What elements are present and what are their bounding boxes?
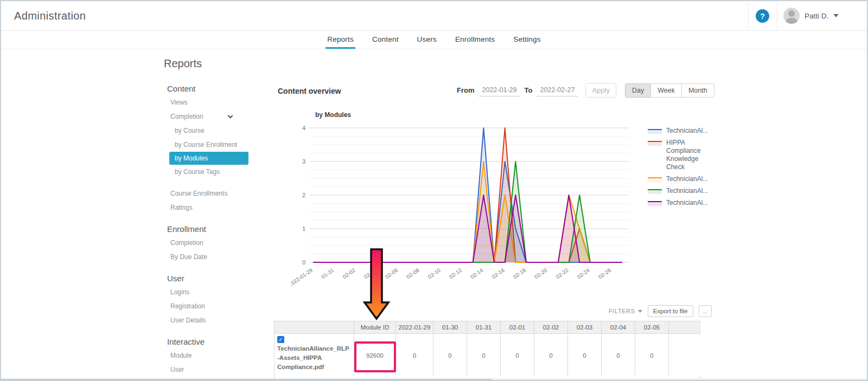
sidebar-section-interactive: Interactive: [163, 337, 278, 346]
scrollbar-thumb[interactable]: [1, 379, 492, 381]
table-header-row: Module ID2022-01-2901-3001-3102-0102-020…: [275, 321, 700, 334]
range-toggle-group: DayWeekMonth: [625, 83, 714, 98]
chevron-down-icon: [638, 310, 642, 313]
sidebar-item-by-course-enrollment[interactable]: by Course Enrollment: [163, 138, 278, 152]
top-bar: Administration ? Patti D.: [1, 1, 867, 31]
legend-swatch-icon: [648, 201, 662, 206]
range-button-month[interactable]: Month: [681, 83, 714, 98]
administration-page: Administration ? Patti D. ReportsContent…: [0, 0, 868, 381]
table-row: ✓TechnicianAlliance_RLP-Assets_HIPPA Com…: [275, 334, 700, 377]
help-icon[interactable]: ?: [756, 9, 769, 23]
column-header-02-04[interactable]: 02-04: [602, 321, 635, 334]
svg-text:01-31: 01-31: [320, 267, 335, 280]
sidebar-item-views[interactable]: Views: [163, 95, 278, 109]
sidebar-item-label: Registration: [170, 302, 205, 310]
tab-enrollments[interactable]: Enrollments: [454, 31, 496, 49]
sidebar-item-label: Course Enrollments: [170, 190, 227, 197]
range-button-week[interactable]: Week: [650, 83, 682, 98]
avatar-head: [788, 10, 795, 17]
legend-item[interactable]: TechnicianAl...: [648, 127, 699, 135]
more-options-button[interactable]: ...: [699, 305, 712, 317]
column-header-2022-01-29[interactable]: 2022-01-29: [396, 321, 433, 334]
legend-item[interactable]: HIPPA Compliance Knowledge Check: [648, 139, 699, 171]
user-menu[interactable]: Patti D.: [783, 8, 839, 24]
svg-text:1: 1: [302, 225, 305, 232]
sidebar-item-by-modules[interactable]: by Modules: [169, 152, 248, 165]
sidebar-item-label: Views: [170, 99, 188, 106]
sidebar-item-logins[interactable]: Logins: [163, 285, 278, 299]
nav-tabbar: ReportsContentUsersEnrollmentsSettings: [1, 31, 867, 49]
modules-table: Module ID2022-01-2901-3001-3102-0102-020…: [274, 321, 700, 377]
apply-button[interactable]: Apply: [585, 83, 616, 98]
sidebar-item-label: by Course Tags: [175, 168, 220, 176]
svg-text:02-06: 02-06: [384, 267, 399, 280]
chart-legend: TechnicianAl...HIPPA Compliance Knowledg…: [648, 127, 699, 211]
user-name: Patti D.: [805, 12, 828, 20]
legend-label: TechnicianAl...: [666, 175, 708, 183]
legend-label: HIPPA Compliance Knowledge Check: [666, 139, 700, 171]
avatar: [783, 8, 800, 24]
row-checkbox[interactable]: ✓: [277, 336, 284, 343]
sidebar-item-course-enrollments[interactable]: Course Enrollments: [163, 186, 278, 201]
svg-text:2: 2: [302, 192, 305, 198]
sidebar-item-registration[interactable]: Registration: [163, 299, 278, 313]
sidebar-section-user: User: [163, 274, 278, 283]
column-header-02-05[interactable]: 02-05: [635, 321, 669, 334]
from-label: From: [457, 86, 475, 94]
column-header-module-id[interactable]: Module ID: [354, 321, 396, 334]
sidebar-item-by-course-tags[interactable]: by Course Tags: [163, 165, 278, 179]
table-toolbar: FILTERS Export to file ...: [609, 305, 712, 317]
module-id-cell: 92600: [354, 334, 396, 377]
sidebar-item-by-due-date[interactable]: By Due Date: [163, 250, 278, 264]
chevron-down-icon: [227, 113, 233, 118]
divider: [748, 1, 749, 31]
to-date-input[interactable]: [537, 84, 578, 96]
sidebar-item-label: Completion: [170, 113, 203, 120]
value-cell: 0: [501, 334, 534, 377]
column-header-02-02[interactable]: 02-02: [534, 321, 568, 334]
horizontal-scrollbar[interactable]: [1, 378, 867, 381]
chevron-down-icon: [833, 14, 839, 17]
avatar-shoulders: [786, 18, 797, 24]
module-name-cell: ✓TechnicianAlliance_RLP-Assets_HIPPA Com…: [275, 334, 354, 377]
column-header-empty: [275, 321, 354, 334]
sidebar-item-completion[interactable]: Completion: [163, 236, 278, 250]
sidebar-item-by-course[interactable]: by Course: [163, 124, 278, 138]
export-to-file-button[interactable]: Export to file: [648, 305, 693, 317]
sidebar-item-user[interactable]: User: [163, 363, 278, 377]
column-header-01-30[interactable]: 01-30: [433, 321, 467, 334]
tab-content[interactable]: Content: [371, 31, 400, 49]
from-date-input[interactable]: [479, 84, 520, 96]
svg-text:0: 0: [302, 259, 305, 266]
column-header-empty: [669, 321, 701, 334]
sidebar-item-label: User: [170, 366, 184, 373]
svg-text:3: 3: [302, 158, 305, 165]
range-button-day[interactable]: Day: [625, 83, 651, 98]
column-header-02-01[interactable]: 02-01: [501, 321, 534, 334]
tab-reports[interactable]: Reports: [326, 31, 355, 49]
legend-label: TechnicianAl...: [666, 187, 708, 195]
sidebar-title: Reports: [163, 57, 278, 70]
sidebar-section-enrollment: Enrollment: [163, 224, 278, 234]
svg-text:2022-01-29: 2022-01-29: [291, 267, 314, 288]
sidebar-item-completion[interactable]: Completion: [163, 109, 278, 124]
value-cell: 0: [433, 334, 467, 377]
sidebar-item-module[interactable]: Module: [163, 348, 278, 363]
sidebar-item-ratings[interactable]: Ratings: [163, 201, 278, 215]
legend-item[interactable]: TechnicianAl...: [648, 175, 699, 183]
value-cell: 0: [602, 334, 635, 377]
sidebar-item-user-details[interactable]: User Details: [163, 313, 278, 327]
tab-users[interactable]: Users: [416, 31, 438, 49]
value-cell: 0: [568, 334, 602, 377]
column-header-02-03[interactable]: 02-03: [568, 321, 602, 334]
legend-item[interactable]: TechnicianAl...: [648, 187, 699, 195]
legend-swatch-icon: [648, 177, 662, 182]
legend-item[interactable]: TechnicianAl...: [648, 199, 699, 207]
column-header-01-31[interactable]: 01-31: [467, 321, 501, 334]
sidebar-item-label: by Course: [175, 127, 205, 134]
sidebar-item-label: Module: [170, 352, 192, 359]
filters-dropdown[interactable]: FILTERS: [609, 308, 642, 314]
legend-label: TechnicianAl...: [666, 127, 708, 135]
tab-settings[interactable]: Settings: [512, 31, 542, 49]
divider: [777, 1, 777, 31]
